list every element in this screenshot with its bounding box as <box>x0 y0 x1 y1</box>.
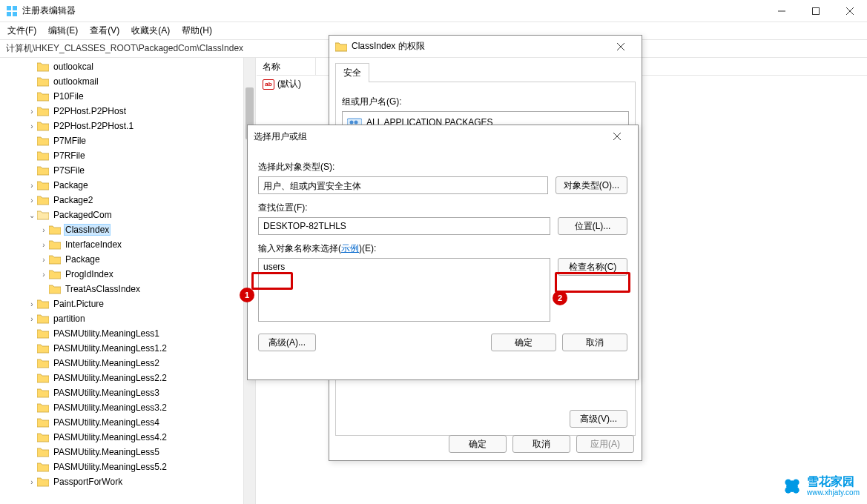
folder-icon <box>37 299 49 309</box>
cancel-button[interactable]: 取消 <box>562 334 627 351</box>
tree-item[interactable]: outlookcal <box>3 59 255 74</box>
tree-item[interactable]: ›P2PHost.P2PHost <box>3 104 255 119</box>
permissions-cancel-button[interactable]: 取消 <box>512 435 570 453</box>
folder-icon <box>49 239 61 250</box>
tree-item[interactable]: ›PassportForWork <box>3 474 255 489</box>
expander-icon[interactable]: › <box>27 107 37 116</box>
expander-icon[interactable]: › <box>39 271 49 279</box>
tree-item[interactable]: ›ProgIdIndex <box>3 267 255 282</box>
expander-icon[interactable]: › <box>27 182 37 190</box>
tree-label: PackagedCom <box>52 209 113 221</box>
tree-item[interactable]: P7RFile <box>3 148 255 163</box>
tree-item[interactable]: PASMUtility.MeaningLess4 <box>3 415 255 430</box>
select-user-close-button[interactable] <box>602 126 632 147</box>
folder-icon <box>37 165 49 176</box>
permissions-close-button[interactable] <box>606 36 636 57</box>
expander-icon[interactable]: › <box>39 256 49 264</box>
expander-icon[interactable]: › <box>27 300 37 308</box>
menu-view[interactable]: 查看(V) <box>90 24 119 37</box>
column-name[interactable]: 名称 <box>257 58 316 75</box>
minimize-button[interactable] <box>765 0 799 22</box>
tree-item[interactable]: PASMUtility.MeaningLess2.2 <box>3 371 255 385</box>
tree-item[interactable]: PASMUtility.MeaningLess1.2 <box>3 341 255 356</box>
tree-label: PASMUtility.MeaningLess1.2 <box>52 342 168 354</box>
select-user-body: 选择此对象类型(S): 用户、组或内置安全主体 对象类型(O)... 查找位置(… <box>248 147 638 357</box>
menu-help[interactable]: 帮助(H) <box>182 24 212 37</box>
folder-icon <box>37 150 49 161</box>
tree-item[interactable]: ›Package <box>3 252 255 267</box>
tree-item[interactable]: ⌄PackagedCom <box>3 208 255 222</box>
tree-item[interactable]: PASMUtility.MeaningLess4.2 <box>3 430 255 445</box>
permissions-ok-button[interactable]: 确定 <box>449 435 507 453</box>
expander-icon[interactable]: › <box>39 241 49 249</box>
menu-fav[interactable]: 收藏夹(A) <box>131 24 170 37</box>
tree-item[interactable]: P7SFile <box>3 163 255 178</box>
tree-item[interactable]: ›P2PHost.P2PHost.1 <box>3 119 255 133</box>
folder-icon <box>37 328 49 339</box>
permissions-dialog-titlebar: ClassIndex 的权限 <box>329 36 642 58</box>
svg-rect-1 <box>13 6 17 10</box>
tree-label: PASMUtility.MeaningLess2 <box>52 357 161 369</box>
tree-label: P7SFile <box>52 165 86 176</box>
expander-icon[interactable]: ⌄ <box>27 211 37 219</box>
close-button[interactable] <box>833 0 867 22</box>
tree-item[interactable]: outlookmail <box>3 74 255 89</box>
permissions-advanced-button[interactable]: 高级(V)... <box>570 410 627 428</box>
folder-icon <box>37 432 49 442</box>
tree-label: P2PHost.P2PHost.1 <box>52 120 135 132</box>
tree-label: Package <box>64 253 102 265</box>
example-link[interactable]: 示例 <box>341 243 359 253</box>
check-names-button[interactable]: 检查名称(C) <box>558 258 627 276</box>
tree-item[interactable]: TreatAsClassIndex <box>3 282 255 296</box>
expander-icon[interactable]: › <box>27 315 37 323</box>
folder-icon <box>37 180 49 190</box>
tree-item[interactable]: PASMUtility.MeaningLess3.2 <box>3 400 255 415</box>
tree-item[interactable]: PASMUtility.MeaningLess5.2 <box>3 460 255 474</box>
advanced-button[interactable]: 高级(A)... <box>258 334 316 351</box>
tree-label: outlookcal <box>52 61 95 73</box>
tree-item[interactable]: PASMUtility.MeaningLess2 <box>3 356 255 371</box>
object-type-button[interactable]: 对象类型(O)... <box>556 176 627 194</box>
tree-item[interactable]: PASMUtility.MeaningLess5 <box>3 445 255 460</box>
ok-button[interactable]: 确定 <box>491 334 556 351</box>
folder-icon <box>37 477 49 487</box>
expander-icon[interactable]: › <box>39 226 49 234</box>
expander-icon[interactable]: › <box>27 478 37 486</box>
tree-item[interactable]: PASMUtility.MeaningLess3 <box>3 385 255 400</box>
watermark-text: 雪花家园 <box>807 475 860 488</box>
names-input[interactable]: users <box>258 258 550 322</box>
menu-file[interactable]: 文件(F) <box>7 24 36 37</box>
expander-icon[interactable]: › <box>27 196 37 205</box>
folder-icon <box>37 76 49 87</box>
menu-edit[interactable]: 编辑(E) <box>48 24 78 37</box>
tree-item[interactable]: ›Package <box>3 178 255 193</box>
tree-label: PASMUtility.MeaningLess1 <box>52 328 161 339</box>
svg-point-12 <box>355 121 358 125</box>
location-box: DESKTOP-82TLHLS <box>258 217 550 235</box>
folder-icon <box>37 417 49 428</box>
tree-item[interactable]: ›partition <box>3 311 255 326</box>
expander-icon[interactable]: › <box>27 122 37 130</box>
tree-item[interactable]: ›Paint.Picture <box>3 296 255 311</box>
tree[interactable]: outlookcaloutlookmailP10File›P2PHost.P2P… <box>0 59 255 489</box>
tab-security[interactable]: 安全 <box>335 63 369 82</box>
folder-icon <box>37 314 49 324</box>
location-label: 查找位置(F): <box>258 202 627 214</box>
tree-label: P7MFile <box>52 135 88 147</box>
folder-icon <box>37 358 49 368</box>
names-label: 输入对象名称来选择(示例)(E): <box>258 242 627 255</box>
tree-item[interactable]: ›Package2 <box>3 193 255 208</box>
maximize-button[interactable] <box>799 0 833 22</box>
permissions-apply-button[interactable]: 应用(A) <box>576 435 634 453</box>
location-button[interactable]: 位置(L)... <box>558 217 627 235</box>
object-type-box: 用户、组或内置安全主体 <box>258 176 548 194</box>
tree-item[interactable]: ›ClassIndex <box>3 222 255 237</box>
folder-icon <box>49 254 61 265</box>
tree-label: PASMUtility.MeaningLess5 <box>52 446 161 458</box>
tree-item[interactable]: ›InterfaceIndex <box>3 237 255 252</box>
tree-item[interactable]: P7MFile <box>3 133 255 148</box>
window-title: 注册表编辑器 <box>22 4 76 17</box>
folder-icon <box>37 91 49 102</box>
tree-item[interactable]: PASMUtility.MeaningLess1 <box>3 326 255 341</box>
tree-item[interactable]: P10File <box>3 89 255 104</box>
